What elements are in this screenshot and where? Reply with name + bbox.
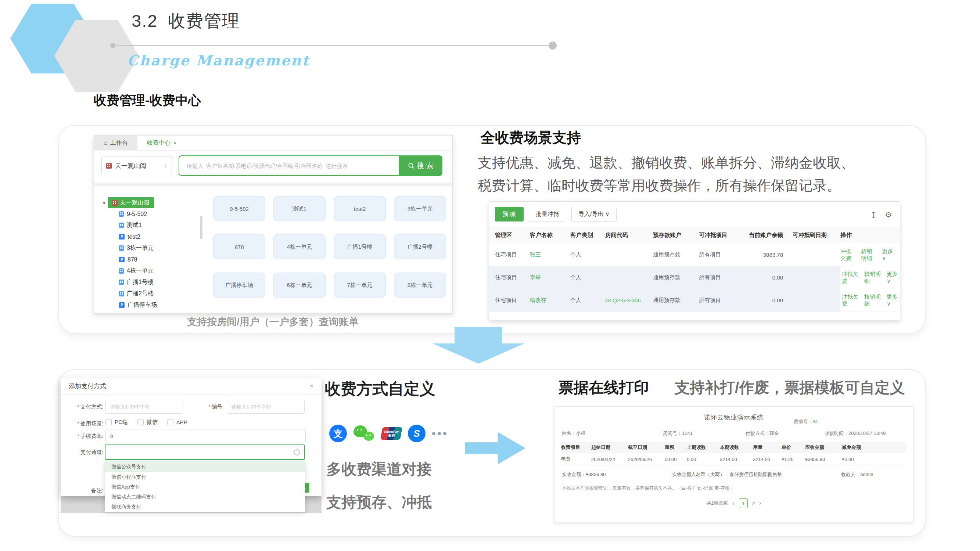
unionpay-text: UnionPay [383, 430, 399, 433]
scene-checkbox-group: PC端 微信 APP [105, 419, 188, 426]
tree-item[interactable]: 测试1 [119, 220, 204, 231]
import-export-button[interactable]: 导入/导出 ∨ [571, 207, 617, 221]
scene-label: *使用场景: [64, 420, 103, 427]
receipt-pagination: 共2张票据 ‹ 1 2 › [555, 499, 913, 508]
tree-item[interactable]: 广播2号楼 [119, 288, 204, 299]
checkbox-pc[interactable]: PC端 [105, 419, 128, 426]
page-next-icon[interactable]: › [759, 500, 761, 507]
tree-item[interactable]: P878 [119, 254, 204, 265]
column-width-icon[interactable] [870, 211, 877, 219]
cell-room[interactable]: GLQ2-5-3-306 [605, 297, 653, 303]
dialog-close-icon[interactable]: × [310, 383, 313, 390]
tree-item-label: 878 [127, 256, 137, 263]
tab-charge-center[interactable]: 收费中心 × [137, 135, 186, 150]
dropdown-option[interactable]: 微信动态二维码支付 [105, 492, 305, 502]
receipt-header-cell: 单价 [781, 444, 805, 451]
search-icon [408, 162, 415, 169]
receipt-system-name: 诺怀云物业演示系统 [555, 413, 913, 422]
tree-item[interactable]: 6栋一单元 [119, 311, 204, 313]
cell-customer[interactable]: 喻改存 [530, 297, 570, 304]
receipt-header-cell: 用量 [753, 444, 781, 451]
room-card[interactable]: 3栋一单元 [394, 196, 446, 221]
prepay-button[interactable]: 预 缴 [495, 207, 523, 221]
tree-scrollbar[interactable] [200, 216, 202, 239]
offset-arrears-link[interactable]: 冲抵欠费 [840, 248, 856, 262]
charge-center-screenshot: ⌂ 工作台 收费中心 × 天一观山阅 ∨ 搜 索 ▾ [94, 135, 453, 314]
parking-icon: P [119, 302, 124, 308]
clear-icon[interactable] [294, 449, 300, 456]
more-link[interactable]: 更多 ∨ [887, 271, 900, 284]
page-prev-icon[interactable]: ‹ [733, 500, 735, 507]
tree-item[interactable]: 广播1号楼 [119, 276, 204, 288]
dropdown-option[interactable]: 银联商务支付 [105, 502, 305, 512]
tree-item[interactable]: P广播停车场 [119, 299, 204, 311]
payment-method-input[interactable] [105, 400, 183, 414]
room-card[interactable]: 广播2号楼 [394, 234, 446, 259]
page-1[interactable]: 1 [739, 499, 748, 508]
page-heading: 收费管理-收费中心 [94, 92, 201, 109]
tree-item[interactable]: 4栋一单元 [119, 265, 204, 276]
tree-item[interactable]: Ptest2 [119, 231, 204, 243]
tree-root[interactable]: ▾ 天一观山阅 [103, 197, 204, 208]
batch-offset-button[interactable]: 批量冲抵 [529, 207, 566, 221]
table-row: 住宅项目 喻改存 个人 GLQ2-5-3-306 通用预存款 所有项目 0.00… [489, 289, 900, 312]
checkbox-icon[interactable] [167, 419, 173, 426]
unionpay-icon: UnionPay银联 [380, 427, 402, 440]
room-card[interactable]: test2 [334, 196, 386, 221]
payment-method-label: *支付方式: [64, 403, 103, 410]
cell-customer[interactable]: 张三 [530, 251, 570, 258]
checkbox-icon[interactable] [137, 419, 144, 426]
cell-type: 个人 [570, 274, 605, 281]
receipt-note: 本收据不作为报销凭证，盖章有效，妥善保存遗失不补。（白-客户 红-记账 黄-存根… [562, 485, 734, 492]
tab-workbench[interactable]: ⌂ 工作台 [94, 135, 137, 150]
fee-rate-label: *手续费率: [64, 433, 103, 440]
project-select[interactable]: 天一观山阅 ∨ [102, 156, 172, 175]
search-input[interactable] [178, 156, 399, 176]
room-card[interactable]: 广播1号楼 [334, 234, 386, 259]
code-input[interactable] [227, 400, 305, 414]
room-card[interactable]: 7栋一单元 [334, 273, 386, 297]
room-card[interactable]: 9-5-502 [213, 196, 265, 221]
tree-item-label: 4栋一单元 [127, 267, 154, 275]
offset-arrears-link[interactable]: 冲抵欠费 [842, 294, 859, 308]
payment-channel-label: 支付通道: [64, 449, 103, 456]
room-card[interactable]: 广播停车场 [213, 273, 265, 297]
dropdown-option[interactable]: 微信小程序支付 [105, 472, 305, 482]
scenario-description: 支持优惠、减免、退款、撤销收费、账单拆分、滞纳金收取、 税费计算、临时收费等常用… [478, 151, 855, 197]
code-label: *编号: [197, 403, 224, 410]
tab-close-icon[interactable]: × [173, 140, 177, 146]
caret-down-icon[interactable]: ▾ [103, 200, 105, 206]
cell-type: 个人 [570, 251, 605, 258]
more-link[interactable]: 更多 ∨ [882, 248, 894, 262]
room-card[interactable]: 8栋一单元 [394, 273, 446, 297]
tree-item[interactable]: 9-5-502 [119, 208, 204, 220]
payment-channel-input[interactable] [105, 445, 305, 460]
header-cell: 客户类别 [570, 232, 605, 239]
search-button[interactable]: 搜 索 [399, 156, 442, 176]
offset-arrears-link[interactable]: 冲抵欠费 [842, 271, 859, 285]
writeoff-detail-link[interactable]: 核销明细 [864, 271, 882, 285]
checkbox-wechat[interactable]: 微信 [137, 419, 158, 426]
settings-gear-icon[interactable]: ⚙ [885, 211, 892, 219]
more-link[interactable]: 更多 ∨ [887, 294, 900, 307]
writeoff-detail-link[interactable]: 核销明细 [861, 248, 878, 262]
room-card[interactable]: 878 [213, 234, 265, 259]
receipt-info-item: 房间号：1041 [663, 430, 693, 437]
dropdown-option[interactable]: 微信App支付 [105, 482, 305, 492]
room-card[interactable]: 测试1 [274, 196, 326, 221]
cell-account: 通用预存款 [653, 274, 699, 281]
checkbox-icon[interactable] [105, 419, 112, 426]
more-channels-icon [432, 432, 447, 435]
page-2[interactable]: 2 [752, 501, 755, 506]
tree-item[interactable]: 3栋一单元 [119, 243, 204, 254]
header-cell: 预存款账户 [653, 232, 699, 239]
room-card[interactable]: 6栋一单元 [274, 273, 326, 297]
writeoff-detail-link[interactable]: 核销明细 [864, 294, 882, 308]
checkbox-app[interactable]: APP [167, 419, 188, 426]
cell-customer[interactable]: 李肆 [530, 274, 570, 281]
app-tab-bar: ⌂ 工作台 收费中心 × [94, 135, 452, 151]
room-card[interactable]: 4栋一单元 [274, 234, 326, 259]
dropdown-option[interactable]: 微信公众号支付 [105, 461, 305, 472]
fee-rate-input[interactable] [105, 429, 306, 443]
checkbox-label: PC端 [115, 419, 128, 426]
